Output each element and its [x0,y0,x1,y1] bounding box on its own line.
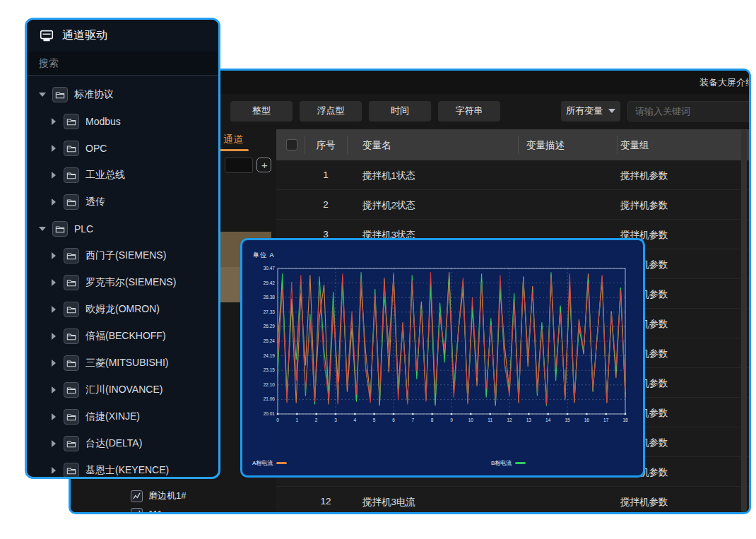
tab-channel[interactable]: 通道 [223,134,243,146]
driver-tree-item[interactable]: 汇川(INOVANCE) [27,377,218,403]
expand-arrow-icon[interactable] [39,225,46,232]
col-header-group: 变量组 [620,139,649,152]
driver-tree-label: 基恩士(KEYENCE) [85,464,169,477]
table-row[interactable]: 1搅拌机1状态搅拌机参数 [276,160,749,190]
folder-icon [64,463,79,478]
drive-icon [39,28,54,44]
legend-swatch [276,462,287,464]
driver-search-input[interactable]: 搜索 [27,52,218,76]
legend-label: B相电流 [491,459,512,467]
driver-tree-item[interactable]: 基恩士(KEYENCE) [27,457,218,479]
expand-arrow-icon[interactable] [50,386,57,393]
driver-tree-item[interactable]: PLC [27,215,218,242]
svg-text:21.06: 21.06 [264,396,276,401]
cell-group: 搅拌机参数 [620,496,668,509]
driver-tree-item[interactable]: 罗克韦尔(SIEMENS) [27,269,218,296]
table-scrollbar[interactable] [741,129,747,512]
tag-chart-icon [131,508,143,514]
folder-icon [64,141,79,156]
svg-text:25.24: 25.24 [264,338,276,343]
channel-item-label: 111 [148,509,163,514]
driver-tree-label: Modbus [85,116,121,127]
driver-tree: 标准协议ModbusOPC工业总线透传PLC西门子(SIEMENS)罗克韦尔(S… [27,76,218,479]
chart-unit-label: 单位 A [253,251,275,260]
svg-text:20.01: 20.01 [264,411,276,416]
driver-tree-item[interactable]: 台达(DELTA) [27,430,218,457]
driver-tree-item[interactable]: Modbus [27,108,218,135]
svg-text:23.15: 23.15 [264,367,276,372]
expand-arrow-icon[interactable] [50,199,57,206]
svg-text:28.38: 28.38 [264,295,276,300]
tab-active-underline [219,149,249,151]
svg-text:4: 4 [354,417,357,422]
add-channel-button[interactable]: + [256,158,271,172]
table-row[interactable]: 2搅拌机2状态搅拌机参数 [276,190,749,220]
col-header-desc: 变量描述 [526,139,565,152]
svg-text:10: 10 [468,417,474,422]
svg-text:1: 1 [296,417,299,422]
folder-icon [64,114,79,129]
dropdown-value: 所有变量 [566,105,603,117]
svg-text:27.33: 27.33 [264,309,276,314]
driver-tree-item[interactable]: 标准协议 [27,81,218,108]
legend-label: A相电流 [252,459,273,467]
channel-tree-item[interactable]: 磨边机1# [131,490,186,502]
svg-text:30.47: 30.47 [264,266,276,271]
driver-tree-label: OPC [85,143,107,154]
legend-phase-b[interactable]: B相电流 [491,459,526,467]
legend-swatch [515,462,526,464]
driver-tree-item[interactable]: OPC [27,135,218,162]
svg-text:7: 7 [412,417,415,422]
panel-header: 通道驱动 [27,20,218,52]
driver-tree-item[interactable]: 透传 [27,189,218,215]
cell-no: 12 [305,496,347,507]
type-filter-button[interactable]: 字符串 [438,101,500,122]
driver-tree-item[interactable]: 倍福(BECKHOFF) [27,323,218,350]
type-filter-button[interactable]: 整型 [230,101,293,122]
legend-phase-a[interactable]: A相电流 [252,459,287,467]
driver-tree-item[interactable]: 西门子(SIEMENS) [27,242,218,269]
expand-arrow-icon[interactable] [50,118,57,125]
svg-text:11: 11 [488,417,492,422]
expand-arrow-icon[interactable] [50,306,57,313]
expand-arrow-icon[interactable] [50,252,57,259]
driver-tree-item[interactable]: 三菱(MITSUBISHI) [27,350,218,377]
expand-arrow-icon[interactable] [50,145,57,152]
driver-tree-label: 汇川(INOVANCE) [85,384,163,396]
folder-icon [64,328,79,344]
expand-arrow-icon[interactable] [50,333,57,340]
select-all-checkbox[interactable] [286,139,297,150]
svg-text:14: 14 [545,417,551,422]
folder-icon [64,302,79,317]
svg-text:15: 15 [565,417,570,422]
search-placeholder: 搜索 [39,57,59,70]
type-filter-button[interactable]: 浮点型 [300,101,362,122]
line-chart: 30.4729.4228.3827.3326.2925.2424.1923.15… [248,263,637,444]
type-filter-button[interactable]: 时间 [369,101,431,122]
expand-arrow-icon[interactable] [50,467,57,474]
folder-icon [64,167,79,183]
driver-tree-label: 透传 [85,196,105,208]
svg-text:2: 2 [315,417,318,422]
folder-icon [64,355,79,371]
svg-text:22.10: 22.10 [264,382,276,387]
expand-arrow-icon[interactable] [50,413,57,420]
svg-text:26.29: 26.29 [264,324,276,328]
driver-tree-item[interactable]: 欧姆龙(OMRON) [27,296,218,323]
expand-arrow-icon[interactable] [50,172,57,179]
expand-arrow-icon[interactable] [39,91,46,98]
expand-arrow-icon[interactable] [50,360,57,367]
channel-tree-item[interactable]: 111 [131,508,163,514]
table-row[interactable]: 12搅拌机3电流搅拌机参数 [276,487,749,512]
svg-text:5: 5 [373,417,376,422]
keyword-search-input[interactable] [627,101,751,122]
variable-scope-dropdown[interactable]: 所有变量 [561,101,620,122]
driver-tree-item[interactable]: 信捷(XINJE) [27,403,218,430]
expand-arrow-icon[interactable] [50,440,57,447]
cell-no: 1 [305,170,347,180]
driver-tree-label: 标准协议 [74,88,114,101]
driver-tree-item[interactable]: 工业总线 [27,162,218,189]
driver-tree-label: 三菱(MITSUBISHI) [85,357,168,369]
expand-arrow-icon[interactable] [50,279,57,286]
channel-search-input[interactable] [225,158,253,173]
